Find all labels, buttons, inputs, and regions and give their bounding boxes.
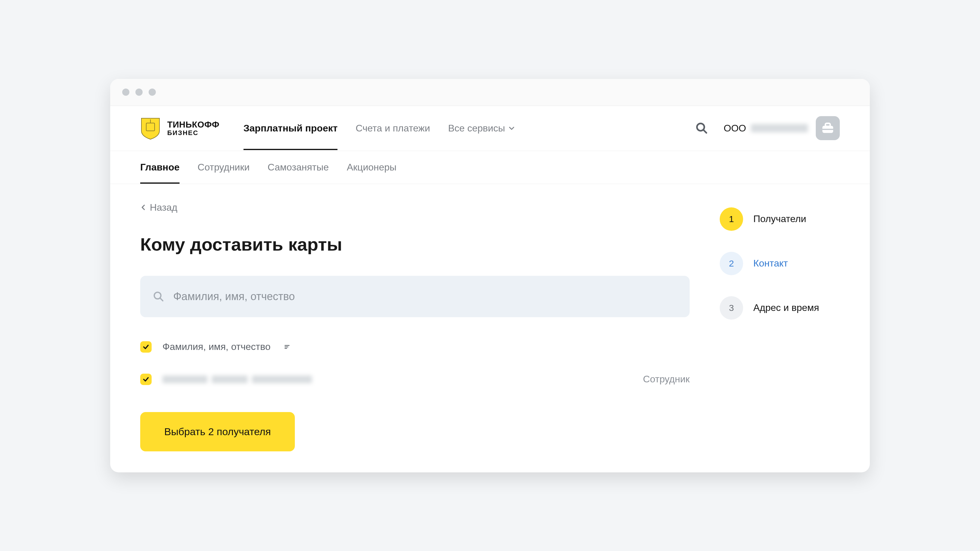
logo-line1: ТИНЬКОФФ: [167, 120, 220, 129]
select-recipients-button[interactable]: Выбрать 2 получателя: [140, 412, 295, 451]
list-header: Фамилия, имя, отчество: [140, 341, 690, 353]
logo-shield-icon: [140, 116, 161, 140]
svg-rect-6: [822, 129, 833, 130]
tab-label: Сотрудники: [197, 162, 250, 173]
select-all-checkbox[interactable]: [140, 341, 152, 353]
step-number: 3: [720, 296, 743, 320]
tab-label: Самозанятые: [267, 162, 329, 173]
check-icon: [143, 376, 149, 383]
row-role: Сотрудник: [643, 374, 690, 385]
nav-all-services[interactable]: Все сервисы: [448, 106, 515, 150]
tab-label: Акционеры: [347, 162, 397, 173]
row-name-redacted: [162, 375, 312, 383]
svg-line-8: [160, 298, 163, 301]
window-titlebar: [110, 79, 870, 106]
header: ТИНЬКОФФ БИЗНЕС Зарплатный проект Счета …: [110, 106, 870, 151]
steps-sidebar: 1 Получатели 2 Контакт 3 Адрес и время: [720, 202, 840, 451]
nav-label: Все сервисы: [448, 123, 505, 134]
step-recipients: 1 Получатели: [720, 207, 840, 231]
tab-self-employed[interactable]: Самозанятые: [267, 151, 329, 184]
logo-text: ТИНЬКОФФ БИЗНЕС: [167, 120, 220, 136]
search-input[interactable]: [173, 290, 677, 303]
tab-shareholders[interactable]: Акционеры: [347, 151, 397, 184]
sort-icon[interactable]: [284, 343, 291, 351]
company-name-redacted: [751, 124, 808, 132]
step-label: Адрес и время: [753, 302, 819, 313]
account-avatar[interactable]: [816, 116, 840, 140]
chevron-left-icon: [140, 204, 147, 211]
window-dot: [122, 89, 129, 96]
nav-label: Счета и платежи: [355, 123, 430, 133]
window-dot: [149, 89, 156, 96]
row-checkbox[interactable]: [140, 374, 152, 385]
logo[interactable]: ТИНЬКОФФ БИЗНЕС: [140, 116, 220, 140]
briefcase-icon: [821, 121, 835, 135]
back-label: Назад: [150, 202, 177, 213]
window-dot: [135, 89, 143, 96]
nav-label: Зарплатный проект: [243, 123, 338, 133]
browser-window: ТИНЬКОФФ БИЗНЕС Зарплатный проект Счета …: [110, 79, 870, 472]
search-button[interactable]: [695, 121, 709, 135]
svg-line-3: [703, 130, 707, 133]
tab-label: Главное: [140, 162, 180, 173]
step-address-time: 3 Адрес и время: [720, 296, 840, 320]
tab-main[interactable]: Главное: [140, 151, 180, 184]
back-link[interactable]: Назад: [140, 202, 690, 213]
logo-line2: БИЗНЕС: [167, 129, 220, 136]
chevron-down-icon: [508, 125, 515, 132]
column-header-name: Фамилия, имя, отчество: [162, 341, 270, 353]
step-number: 1: [720, 207, 743, 231]
step-label: Получатели: [753, 213, 806, 224]
nav-payroll[interactable]: Зарплатный проект: [243, 106, 338, 150]
company-selector[interactable]: ООО: [724, 123, 808, 134]
top-nav: Зарплатный проект Счета и платежи Все се…: [243, 106, 515, 150]
page-title: Кому доставить карты: [140, 234, 690, 255]
search-icon: [695, 122, 708, 135]
svg-rect-5: [826, 123, 830, 126]
button-label: Выбрать 2 получателя: [164, 426, 271, 437]
nav-accounts[interactable]: Счета и платежи: [355, 106, 430, 150]
tab-employees[interactable]: Сотрудники: [197, 151, 250, 184]
sub-nav: Главное Сотрудники Самозанятые Акционеры: [110, 151, 870, 184]
check-icon: [143, 344, 149, 350]
main-column: Назад Кому доставить карты Фамилия, имя,…: [140, 202, 690, 451]
list-row[interactable]: Сотрудник: [140, 374, 690, 385]
company-prefix: ООО: [724, 123, 746, 134]
search-icon: [153, 291, 164, 302]
content: Назад Кому доставить карты Фамилия, имя,…: [110, 184, 870, 472]
search-field[interactable]: [140, 276, 690, 317]
step-label: Контакт: [753, 258, 788, 269]
step-number: 2: [720, 252, 743, 275]
step-contact[interactable]: 2 Контакт: [720, 252, 840, 275]
